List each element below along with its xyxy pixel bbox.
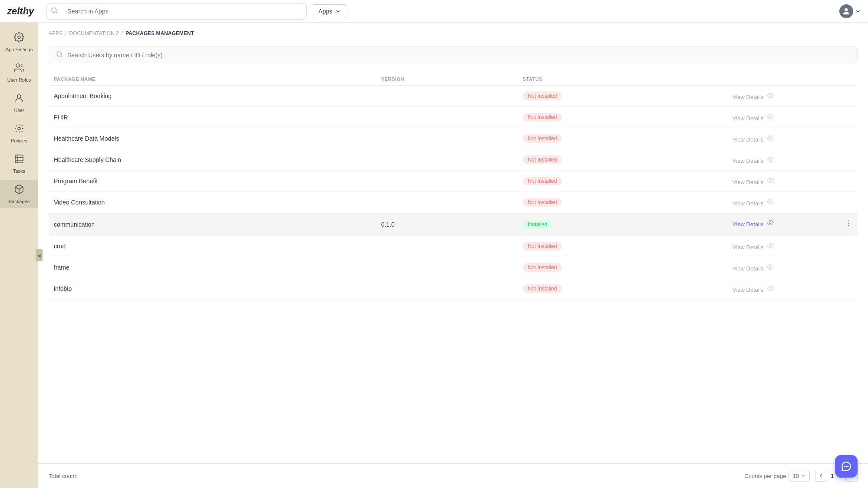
chat-fab-button[interactable]	[835, 455, 858, 478]
col-actions	[727, 73, 858, 86]
status-cell: Not Installed	[518, 192, 727, 213]
status-cell: Not Installed	[518, 171, 727, 192]
eye-icon[interactable]	[767, 221, 774, 228]
svg-point-26	[769, 201, 771, 203]
svg-point-35	[845, 466, 847, 467]
topbar-right	[839, 4, 861, 18]
view-details-link[interactable]: View Details	[733, 221, 763, 228]
pkg-footer: Total count: Counts per page 10	[38, 463, 868, 488]
status-badge: Not Installed	[523, 198, 562, 207]
status-badge: Not Installed	[523, 92, 562, 100]
actions-cell: View Details	[727, 278, 858, 300]
avatar-button[interactable]	[839, 4, 861, 18]
version-cell	[376, 107, 518, 128]
svg-point-4	[17, 95, 21, 98]
sidebar-item-label: App Settings	[6, 47, 33, 52]
sidebar-item-user[interactable]: User	[0, 89, 38, 117]
sidebar: App Settings User Roles User	[0, 23, 38, 488]
more-options-button[interactable]	[845, 219, 852, 229]
logo: zelthy	[7, 6, 34, 17]
breadcrumb-apps[interactable]: APPS	[49, 30, 63, 36]
eye-icon[interactable]	[767, 244, 774, 251]
table-row: frameNot InstalledView Details	[49, 257, 858, 278]
svg-point-5	[18, 127, 20, 130]
view-details-link[interactable]: View Details	[733, 115, 763, 122]
actions-cell: View Details	[727, 257, 858, 278]
pkg-search-input[interactable]	[67, 52, 850, 59]
view-details-link[interactable]: View Details	[733, 94, 763, 100]
package-name-cell: Video Consultation	[49, 192, 376, 213]
eye-icon[interactable]	[767, 200, 774, 207]
view-details-link[interactable]: View Details	[733, 265, 763, 272]
svg-point-24	[769, 158, 771, 160]
chevron-down-icon	[855, 8, 861, 14]
svg-point-28	[848, 221, 849, 221]
breadcrumb-documentation[interactable]: DOCUMENTATION 2	[69, 30, 119, 36]
user-roles-icon	[14, 63, 24, 76]
counts-per-page-dropdown[interactable]: 10	[789, 471, 809, 481]
sidebar-collapse-button[interactable]: ◀	[36, 249, 43, 261]
view-details-link[interactable]: View Details	[733, 136, 763, 143]
eye-icon[interactable]	[767, 115, 774, 122]
eye-icon[interactable]	[767, 265, 774, 272]
version-cell	[376, 86, 518, 107]
view-details-link[interactable]: View Details	[733, 287, 763, 293]
sidebar-item-app-settings[interactable]: App Settings	[0, 28, 38, 56]
status-cell: Not Installed	[518, 128, 727, 149]
status-cell: Not Installed	[518, 107, 727, 128]
view-details-link[interactable]: View Details	[733, 158, 763, 164]
eye-icon[interactable]	[767, 136, 774, 143]
sidebar-item-label: Tasks	[13, 168, 25, 174]
table-row: crudNot InstalledView Details	[49, 236, 858, 257]
search-input[interactable]	[62, 4, 306, 18]
breadcrumb-current: PACKAGES MANAGEMENT	[125, 30, 194, 36]
pkg-search-icon	[56, 51, 63, 59]
version-cell	[376, 171, 518, 192]
table-row: Video ConsultationNot InstalledView Deta…	[49, 192, 858, 213]
actions-cell: View Details	[727, 171, 858, 192]
svg-point-3	[16, 64, 20, 67]
counts-per-page: Counts per page 10	[744, 471, 810, 481]
sidebar-item-tasks[interactable]: Tasks	[0, 149, 38, 178]
actions-cell: View Details	[727, 149, 858, 171]
view-details-link[interactable]: View Details	[733, 244, 763, 251]
svg-point-31	[769, 245, 771, 247]
svg-line-13	[22, 125, 23, 126]
eye-icon[interactable]	[767, 286, 774, 293]
col-status: STATUS	[518, 73, 727, 86]
sidebar-item-policies[interactable]: Policies	[0, 119, 38, 148]
view-details-link[interactable]: View Details	[733, 200, 763, 207]
table-row: Appointment BookingNot InstalledView Det…	[49, 86, 858, 107]
packages-table: PACKAGE NAME VERSION STATUS Appointment …	[49, 73, 858, 300]
status-badge: Not Installed	[523, 177, 562, 185]
actions-cell: View Details	[727, 213, 858, 236]
apps-dropdown[interactable]: Apps	[312, 4, 347, 18]
package-name-cell: Healthcare Supply Chain	[49, 149, 376, 171]
package-name-cell: crud	[49, 236, 376, 257]
sidebar-item-label: Policies	[11, 138, 27, 143]
table-row: Program BenefitNot InstalledView Details	[49, 171, 858, 192]
package-name-cell: frame	[49, 257, 376, 278]
sidebar-item-label: User	[14, 108, 24, 113]
eye-icon[interactable]	[767, 93, 774, 100]
sidebar-item-user-roles[interactable]: User Roles	[0, 58, 38, 87]
status-badge: Not Installed	[523, 155, 562, 164]
svg-rect-14	[15, 155, 23, 163]
eye-icon[interactable]	[767, 178, 774, 185]
svg-point-23	[769, 137, 771, 139]
svg-point-25	[769, 180, 771, 181]
sidebar-item-packages[interactable]: Packages	[0, 180, 38, 208]
actions-cell: View Details	[727, 128, 858, 149]
policies-icon	[14, 123, 24, 136]
status-cell: Not Installed	[518, 86, 727, 107]
status-cell: Installed	[518, 213, 727, 236]
prev-page-button[interactable]	[815, 470, 827, 482]
view-details-link[interactable]: View Details	[733, 179, 763, 185]
version-cell	[376, 128, 518, 149]
sidebar-item-label: User Roles	[7, 77, 31, 82]
eye-icon[interactable]	[767, 157, 774, 164]
search-bar	[46, 3, 307, 20]
svg-point-2	[18, 36, 20, 39]
svg-point-34	[844, 466, 845, 467]
main-layout: App Settings User Roles User	[0, 23, 868, 488]
